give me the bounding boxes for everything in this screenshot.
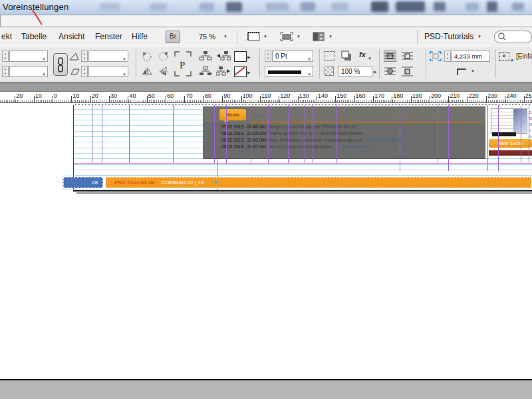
menu-item-ekt[interactable]: ekt	[1, 32, 12, 41]
separator	[379, 49, 380, 78]
object-style-icon[interactable]	[499, 52, 509, 61]
more-results-button[interactable]: Mehr Suche	[489, 139, 532, 148]
separator	[417, 30, 418, 44]
wrap-around-object-shape-icon[interactable]	[384, 66, 396, 77]
view-options-icon[interactable]	[245, 31, 262, 43]
fx-effects-icon[interactable]: fx	[359, 51, 366, 59]
vertical-guide[interactable]	[448, 105, 449, 171]
constrain-proportions-link-icon[interactable]	[53, 53, 68, 76]
thumbnail-blue-panel	[513, 109, 527, 133]
fx-dropdown-arrow-icon[interactable]: ▼	[368, 57, 372, 61]
zoom-dropdown-arrow-icon[interactable]: ▼	[223, 35, 227, 39]
workspace-dropdown-arrow-icon[interactable]: ▼	[477, 35, 481, 39]
ruler-major-tick	[184, 96, 185, 102]
search-input[interactable]	[494, 31, 532, 43]
select-content-icon[interactable]	[199, 66, 212, 77]
vertical-guide[interactable]	[400, 105, 400, 171]
bridge-button[interactable]: Br	[166, 31, 180, 43]
y-value-field[interactable]: ▼	[9, 66, 48, 77]
select-next-object-icon[interactable]	[216, 66, 231, 77]
opacity-checkerboard-icon[interactable]	[325, 66, 334, 76]
y-stepper[interactable]: ▲▼	[2, 66, 9, 77]
frame-fitting-icon[interactable]	[429, 51, 442, 62]
stroke-swatch-arrow-icon[interactable]: ▶	[247, 70, 251, 74]
vertical-guide[interactable]	[336, 105, 337, 163]
ruler-label: 120	[280, 92, 290, 99]
corner-radius-stepper[interactable]: ▲▼	[444, 51, 451, 62]
select-previous-object-icon[interactable]	[216, 51, 231, 62]
vertical-guide[interactable]	[487, 105, 488, 171]
drop-shadow-icon[interactable]	[341, 51, 352, 61]
rotation-stepper[interactable]: ▲▼	[81, 51, 88, 62]
preferences-menu-label[interactable]: Voreinstellungen	[3, 2, 68, 12]
corner-options-icon[interactable]	[456, 67, 468, 76]
vertical-guide[interactable]	[173, 105, 174, 163]
corner-radius-field[interactable]: 4,233 mm	[452, 51, 490, 62]
workspace-switcher[interactable]: PSD-Tutorials	[424, 32, 473, 41]
stroke-style-dropdown[interactable]: ▼	[265, 66, 313, 77]
menu-item-fenster[interactable]: Fenster	[95, 32, 122, 41]
arrange-documents-icon[interactable]	[310, 31, 327, 43]
vertical-guide[interactable]	[288, 105, 289, 163]
shear-angle-icon	[69, 67, 81, 76]
horizontal-guide-magenta[interactable]	[74, 163, 532, 164]
flip-horizontal-icon[interactable]	[141, 66, 153, 77]
vertical-guide[interactable]	[313, 105, 313, 163]
x-stepper[interactable]: ▲▼	[2, 51, 9, 62]
vertical-guide[interactable]	[268, 105, 269, 163]
rotate-cw-icon[interactable]	[158, 51, 170, 62]
placed-news-image-frame[interactable]: News Termine 07.02.2013 - 08:45 Uhr: Mor…	[203, 106, 485, 159]
tab-news[interactable]: News	[219, 109, 246, 120]
vertical-guide[interactable]	[305, 105, 305, 163]
vertical-guide[interactable]	[529, 105, 529, 163]
wrap-around-bounding-box-icon[interactable]	[401, 51, 414, 62]
reference-point-proxy-icon[interactable]: P	[174, 51, 192, 76]
no-text-wrap-icon[interactable]	[384, 51, 396, 62]
vertical-guide[interactable]	[438, 105, 438, 163]
page-number-box[interactable]: 28	[63, 177, 103, 188]
vertical-guide[interactable]	[129, 105, 130, 163]
rotation-value-field[interactable]: ▼	[88, 51, 128, 62]
vertical-guide[interactable]	[498, 105, 499, 171]
menu-item-tabelle[interactable]: Tabelle	[21, 32, 47, 41]
flip-vertical-icon[interactable]	[158, 66, 170, 77]
jump-object-icon[interactable]	[401, 66, 414, 77]
object-style-name[interactable]: [Einfacher Gra	[516, 53, 532, 60]
vertical-guide[interactable]	[92, 105, 92, 163]
screen-mode-icon[interactable]	[278, 31, 295, 43]
x-value-field[interactable]: ▼	[9, 51, 48, 62]
opacity-flyout-arrow-icon[interactable]: ▶	[374, 69, 377, 74]
corner-options-dropdown-arrow-icon[interactable]: ▼	[471, 69, 475, 73]
ruler-major-tick	[147, 96, 148, 102]
fill-swatch-arrow-icon[interactable]: ▶	[247, 55, 251, 59]
shear-stepper[interactable]: ▲▼	[81, 66, 88, 77]
view-options-dropdown-arrow-icon[interactable]: ▼	[263, 35, 267, 39]
ruler-label: 150	[336, 92, 346, 99]
news-comment-link[interactable]: - Kommentare: 29	[368, 138, 402, 142]
vertical-guide[interactable]	[251, 105, 251, 163]
opacity-field[interactable]: 100 %	[338, 66, 372, 77]
vertical-guide[interactable]	[214, 105, 215, 163]
rotate-ccw-icon[interactable]	[141, 51, 153, 62]
vertical-guide[interactable]	[102, 105, 102, 163]
stroke-weight-stepper[interactable]: ▲▼	[265, 51, 271, 62]
fill-color-swatch[interactable]	[234, 51, 247, 62]
select-container-icon[interactable]	[199, 51, 212, 62]
shear-value-field[interactable]: ▼	[88, 66, 128, 77]
effect-target-icon[interactable]	[325, 51, 334, 61]
menu-item-ansicht[interactable]: Ansicht	[59, 32, 84, 41]
zoom-level-value[interactable]: 75 %	[199, 33, 215, 41]
horizontal-ruler[interactable]: 2010010203040506070809010011012013014015…	[0, 92, 532, 103]
placed-sidebar-image-fragment: Co Bl Ma h in Mehr Suche	[485, 106, 532, 158]
arrange-documents-dropdown-arrow-icon[interactable]: ▼	[329, 35, 332, 39]
object-style-dropdown-arrow-icon[interactable]: ▼	[510, 59, 514, 63]
ruler-major-tick	[279, 96, 279, 102]
menu-item-hilfe[interactable]: Hilfe	[132, 32, 148, 41]
screen-mode-dropdown-arrow-icon[interactable]: ▼	[297, 35, 301, 39]
footer-bar[interactable]: PSD-Tutorials.de COMMAG 02 | 13	[106, 177, 531, 188]
stroke-weight-field[interactable]: 0 Pt▼	[272, 51, 313, 62]
vertical-guide[interactable]	[521, 105, 521, 163]
news-comment-link[interactable]: - Kommentare: 2	[337, 144, 369, 149]
stroke-color-swatch-none[interactable]	[234, 66, 247, 77]
vertical-guide[interactable]	[226, 105, 227, 163]
